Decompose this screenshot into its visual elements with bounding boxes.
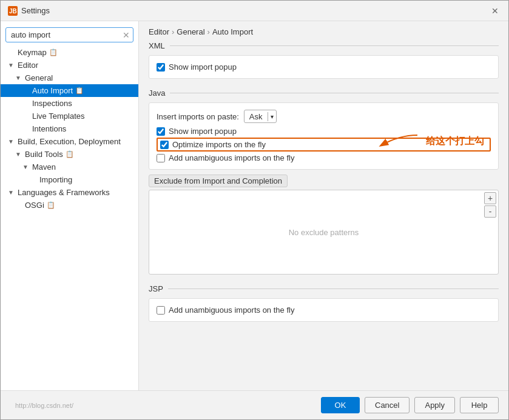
add-unambiguous-java-row: Add unambiguous imports on the fly [157, 152, 491, 164]
languages-label: Languages & Frameworks [18, 188, 110, 197]
watermark: http://blog.csdn.net/ [10, 402, 316, 409]
java-show-import-popup-row: Show import popup [157, 125, 491, 138]
sidebar-item-inspections[interactable]: Inspections [1, 97, 138, 110]
close-button[interactable]: ✕ [489, 5, 501, 17]
sidebar-item-build-execution[interactable]: ▼ Build, Execution, Deployment [1, 135, 138, 148]
sidebar-item-importing[interactable]: Importing [1, 173, 138, 186]
java-section-body: Insert imports on paste: Ask ▾ Show impo… [149, 102, 499, 170]
auto-import-icon: 📋 [75, 87, 84, 95]
xml-show-import-popup-checkbox[interactable] [157, 63, 165, 72]
sidebar-item-languages[interactable]: ▼ Languages & Frameworks [1, 186, 138, 199]
osgi-icon: 📋 [47, 201, 55, 209]
optimize-imports-label: Optimize imports on the fly [172, 140, 266, 149]
breadcrumb-sep1: › [172, 27, 174, 36]
optimize-imports-row: Optimize imports on the fly [157, 138, 491, 152]
java-section-title: Java [149, 88, 499, 98]
breadcrumb-sep2: › [207, 27, 210, 36]
search-input[interactable] [5, 27, 133, 42]
apply-button[interactable]: Apply [414, 397, 455, 413]
sidebar-item-keymap[interactable]: Keymap 📋 [1, 46, 138, 59]
sidebar-item-general[interactable]: ▼ General [1, 72, 138, 84]
keymap-icon: 📋 [49, 48, 58, 56]
search-clear-icon[interactable]: ✕ [123, 30, 130, 40]
xml-section-body: Show import popup [149, 55, 499, 79]
exclude-section: Exclude from Import and Completion No ex… [149, 175, 499, 275]
sidebar-item-osgi[interactable]: OSGi 📋 [1, 199, 138, 212]
xml-section-title: XML [149, 41, 499, 50]
sidebar-item-editor[interactable]: ▼ Editor [1, 59, 138, 72]
breadcrumb-editor: Editor [149, 27, 169, 36]
right-panel: Editor › General › Auto Import XML Show … [139, 21, 508, 390]
java-show-import-popup-label: Show import popup [169, 127, 237, 136]
svg-text:JB: JB [9, 8, 17, 15]
dropdown-arrow-icon: ▾ [268, 113, 276, 120]
sidebar-item-maven[interactable]: ▼ Maven [1, 161, 138, 173]
jsp-section-title: JSP [149, 284, 499, 293]
sidebar-item-live-templates[interactable]: Live Templates [1, 110, 138, 122]
importing-arrow [30, 176, 37, 183]
editor-label: Editor [18, 61, 38, 70]
add-unambiguous-java-label: Add unambiguous imports on the fly [169, 153, 294, 162]
keymap-arrow [8, 49, 15, 56]
breadcrumb: Editor › General › Auto Import [139, 21, 508, 41]
exclude-placeholder: No exclude patterns [289, 228, 359, 237]
optimize-imports-checkbox[interactable] [160, 141, 169, 149]
inspections-label: Inspections [32, 99, 72, 108]
xml-show-import-popup-label: Show import popup [169, 62, 237, 72]
build-tools-icon: 📋 [66, 150, 74, 158]
java-section: Java Insert imports on paste: Ask ▾ [149, 88, 499, 275]
maven-label: Maven [32, 162, 56, 172]
sidebar: ✕ Keymap 📋 ▼ Editor ▼ General Auto Impor… [1, 21, 139, 390]
osgi-label: OSGi [25, 201, 44, 210]
settings-content: XML Show import popup Java Insert [139, 41, 508, 390]
jsp-add-unambiguous-checkbox[interactable] [157, 306, 165, 315]
search-box: ✕ [5, 27, 133, 42]
osgi-arrow [15, 202, 22, 208]
exclude-actions: + - [482, 190, 499, 220]
breadcrumb-auto-import: Auto Import [212, 27, 253, 36]
insert-imports-row: Insert imports on paste: Ask ▾ [157, 108, 491, 125]
cancel-button[interactable]: Cancel [365, 397, 410, 413]
build-tools-arrow: ▼ [15, 151, 22, 158]
intentions-label: Intentions [32, 124, 66, 133]
inspections-arrow [22, 100, 30, 107]
help-button[interactable]: Help [460, 397, 499, 413]
sidebar-item-auto-import[interactable]: Auto Import 📋 [1, 84, 138, 97]
live-templates-arrow [22, 113, 30, 119]
exclude-add-button[interactable]: + [484, 192, 496, 204]
languages-arrow: ▼ [8, 189, 15, 196]
sidebar-item-intentions[interactable]: Intentions [1, 122, 138, 135]
java-show-import-popup-checkbox[interactable] [157, 127, 165, 136]
auto-import-arrow [22, 87, 30, 94]
insert-imports-value: Ask [244, 112, 268, 121]
settings-window: JB Settings ✕ ✕ Keymap 📋 ▼ Editor [0, 0, 509, 420]
build-label: Build, Execution, Deployment [18, 137, 121, 146]
exclude-remove-button[interactable]: - [484, 205, 496, 218]
add-unambiguous-java-checkbox[interactable] [157, 154, 165, 162]
intentions-arrow [22, 125, 30, 132]
bottom-bar: http://blog.csdn.net/ OK Cancel Apply He… [1, 390, 508, 419]
sidebar-item-build-tools[interactable]: ▼ Build Tools 📋 [1, 148, 138, 161]
keymap-label: Keymap [18, 48, 47, 57]
breadcrumb-general: General [177, 27, 204, 36]
live-templates-label: Live Templates [32, 112, 84, 121]
app-icon: JB [8, 6, 18, 16]
exclude-box: No exclude patterns [149, 190, 499, 275]
exclude-label-row: Exclude from Import and Completion [149, 175, 499, 187]
general-arrow: ▼ [15, 75, 22, 81]
xml-section: XML Show import popup [149, 41, 499, 79]
title-bar: JB Settings ✕ [1, 1, 508, 21]
jsp-add-unambiguous-row: Add unambiguous imports on the fly [157, 304, 491, 316]
window-title: Settings [21, 6, 50, 15]
ok-button[interactable]: OK [321, 397, 360, 413]
jsp-add-unambiguous-label: Add unambiguous imports on the fly [169, 305, 294, 315]
build-tools-label: Build Tools [25, 150, 63, 159]
jsp-section: JSP Add unambiguous imports on the fly [149, 284, 499, 322]
build-arrow: ▼ [8, 138, 15, 145]
exclude-box-container: No exclude patterns + - [149, 190, 499, 275]
insert-imports-label: Insert imports on paste: [157, 112, 239, 121]
title-bar-left: JB Settings [8, 6, 50, 16]
main-content: ✕ Keymap 📋 ▼ Editor ▼ General Auto Impor… [1, 21, 508, 390]
insert-imports-dropdown[interactable]: Ask ▾ [244, 110, 277, 123]
general-label: General [25, 73, 53, 82]
